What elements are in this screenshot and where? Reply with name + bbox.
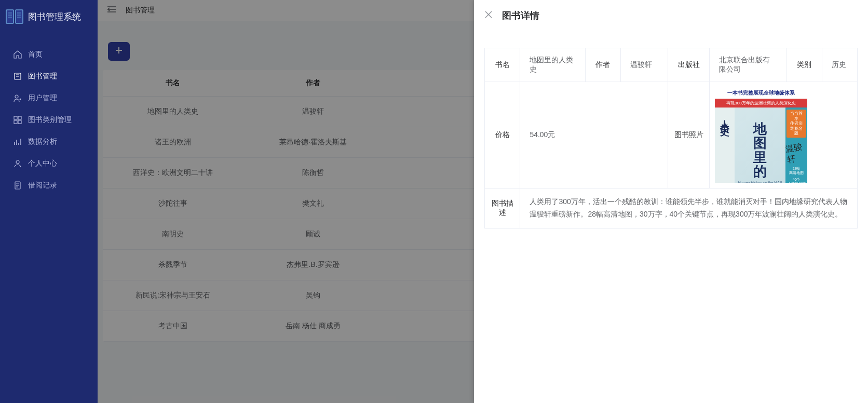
- cover-red-strip: 再现300万年的波澜壮阔的人类演化史: [715, 99, 807, 108]
- value-book-name: 地图里的人类史: [520, 48, 585, 82]
- nav-label: 借阅记录: [28, 181, 57, 190]
- add-book-button[interactable]: [108, 42, 130, 61]
- nav-user-management[interactable]: 用户管理: [0, 87, 98, 109]
- svg-rect-15: [14, 120, 17, 124]
- nav-label: 图书管理: [28, 72, 57, 81]
- close-icon[interactable]: [484, 10, 493, 21]
- plus-icon: [115, 46, 123, 57]
- cover-main: 人类史 地 图 里 的 Human History on t: [715, 108, 807, 183]
- cell-author: 顾诚: [243, 219, 383, 249]
- grid-icon: [13, 116, 22, 124]
- label-book-name: 书名: [485, 48, 520, 82]
- svg-rect-14: [18, 116, 21, 119]
- book-icon: [13, 72, 22, 80]
- nav-borrow-records[interactable]: 借阅记录: [0, 174, 98, 196]
- label-category: 类别: [786, 48, 822, 82]
- cell-book-name: 新民说:宋神宗与王安石: [103, 280, 243, 311]
- nav-label: 首页: [28, 50, 43, 59]
- cover-right-text: 28幅高清地图: [789, 167, 804, 176]
- cell-book-name: 杀戮季节: [103, 250, 243, 280]
- nav-home[interactable]: 首页: [0, 44, 98, 65]
- svg-rect-16: [18, 120, 21, 124]
- book-logo-icon: [5, 7, 24, 26]
- cell-author: 陈衡哲: [243, 158, 383, 188]
- svg-rect-0: [6, 10, 13, 23]
- value-publisher: 北京联合出版有限公司: [710, 48, 786, 82]
- cell-book-name: 南明史: [103, 219, 243, 249]
- cover-left-column: 人类史: [715, 108, 735, 183]
- book-detail-drawer: 图书详情 书名 地图里的人类史 作者 温骏轩 出版社 北京联合出版有限公司 类别…: [474, 0, 868, 403]
- sidebar: 图书管理系统 首页 图书管理 用户管理 图书类别管理 数据分析: [0, 0, 98, 403]
- home-icon: [13, 50, 22, 59]
- svg-rect-1: [16, 10, 23, 23]
- nav-label: 图书类别管理: [28, 115, 72, 125]
- logo-section: 图书管理系统: [0, 0, 98, 33]
- value-photo-cell: 一本书完整展现全球地缘体系 再现300万年的波澜壮阔的人类演化史 人类史 地 图: [710, 82, 858, 189]
- cell-author: 温骏轩: [243, 97, 383, 127]
- cover-banner: 一本书完整展现全球地缘体系: [715, 87, 807, 99]
- cover-right-text: 40个人类发展节点: [786, 178, 806, 183]
- cover-main-title: 地 图 里 的: [753, 122, 767, 179]
- header-book-name: 书名: [103, 70, 243, 96]
- cell-author: 吴钩: [243, 280, 383, 311]
- drawer-body: 书名 地图里的人类史 作者 温骏轩 出版社 北京联合出版有限公司 类别 历史 价…: [474, 31, 868, 239]
- header-author: 作者: [243, 70, 383, 96]
- nav-label: 数据分析: [28, 137, 57, 146]
- nav-book-management[interactable]: 图书管理: [0, 65, 98, 87]
- value-description: 人类用了300万年，活出一个残酷的教训：谁能领先半步，谁就能消灭对手！国内地缘研…: [520, 189, 858, 229]
- label-publisher: 出版社: [668, 48, 710, 82]
- detail-row: 书名 地图里的人类史 作者 温骏轩 出版社 北京联合出版有限公司 类别 历史: [485, 48, 858, 82]
- collapse-sidebar-icon[interactable]: [107, 5, 116, 16]
- chart-icon: [13, 138, 22, 146]
- cell-book-name: 地图里的人类史: [103, 97, 243, 127]
- cell-author: 岳南 杨仕 商成勇: [243, 311, 383, 341]
- doc-icon: [13, 181, 22, 190]
- cover-center: 地 图 里 的 Human History on the MAP: [735, 108, 785, 183]
- app-title: 图书管理系统: [28, 11, 81, 23]
- label-photo: 图书照片: [668, 82, 710, 189]
- user-icon: [13, 94, 22, 102]
- value-category: 历史: [822, 48, 857, 82]
- svg-rect-13: [14, 116, 17, 119]
- nav-menu: 首页 图书管理 用户管理 图书类别管理 数据分析 个人中心: [0, 33, 98, 196]
- person-icon: [13, 159, 22, 168]
- value-author: 温骏轩: [621, 48, 668, 82]
- cell-book-name: 诸王的欧洲: [103, 127, 243, 157]
- cell-book-name: 西洋史：欧洲文明二十讲: [103, 158, 243, 188]
- nav-profile[interactable]: 个人中心: [0, 153, 98, 174]
- svg-point-11: [15, 95, 18, 98]
- detail-table: 书名 地图里的人类史 作者 温骏轩 出版社 北京联合出版有限公司 类别 历史 价…: [484, 48, 858, 229]
- drawer-header: 图书详情: [474, 0, 868, 31]
- label-price: 价格: [485, 82, 520, 189]
- label-description: 图书描述: [485, 189, 520, 229]
- nav-label: 用户管理: [28, 93, 57, 103]
- cover-right-column: 当当荐享作者亲笔签名版 温骏轩 28幅高清地图 40个人类发展节点 30万字: [785, 108, 807, 183]
- drawer-title: 图书详情: [502, 9, 539, 22]
- badge-dangdang: 当当荐享作者亲笔签名版: [786, 110, 806, 138]
- cell-book-name: 沙陀往事: [103, 189, 243, 219]
- nav-category-management[interactable]: 图书类别管理: [0, 109, 98, 131]
- label-author: 作者: [585, 48, 620, 82]
- nav-analytics[interactable]: 数据分析: [0, 131, 98, 153]
- value-price: 54.00元: [520, 82, 668, 189]
- detail-row: 图书描述 人类用了300万年，活出一个残酷的教训：谁能领先半步，谁就能消灭对手！…: [485, 189, 858, 229]
- cover-subtitle-en: Human History on the MAP: [738, 181, 782, 183]
- cell-author: 杰弗里.B.罗宾逊: [243, 250, 383, 280]
- cell-book-name: 考古中国: [103, 311, 243, 341]
- cell-author: 莱昂哈德·霍洛夫斯基: [243, 127, 383, 157]
- detail-row: 价格 54.00元 图书照片 一本书完整展现全球地缘体系 再现300万年的波澜壮…: [485, 82, 858, 189]
- breadcrumb: 图书管理: [126, 6, 155, 15]
- cell-author: 樊文礼: [243, 189, 383, 219]
- nav-label: 个人中心: [28, 159, 57, 168]
- svg-point-21: [16, 160, 19, 164]
- author-signature: 温骏轩: [785, 142, 807, 166]
- svg-point-12: [20, 99, 21, 100]
- book-cover-image: 一本书完整展现全球地缘体系 再现300万年的波澜壮阔的人类演化史 人类史 地 图: [715, 87, 807, 183]
